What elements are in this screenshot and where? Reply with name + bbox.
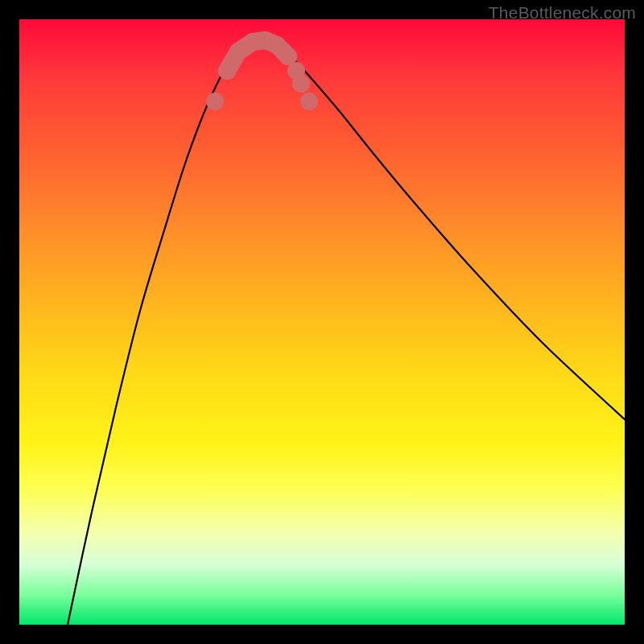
marker-dot <box>300 93 318 110</box>
marker-dot <box>206 93 224 110</box>
marker-dot <box>229 43 247 60</box>
bottleneck-curve <box>68 40 625 625</box>
bottleneck-plot <box>19 19 625 625</box>
marker-dot <box>218 62 236 80</box>
highlight-markers <box>206 31 318 110</box>
watermark-text: TheBottleneck.com <box>489 3 636 23</box>
chart-area <box>19 19 625 625</box>
marker-dot <box>292 75 310 93</box>
